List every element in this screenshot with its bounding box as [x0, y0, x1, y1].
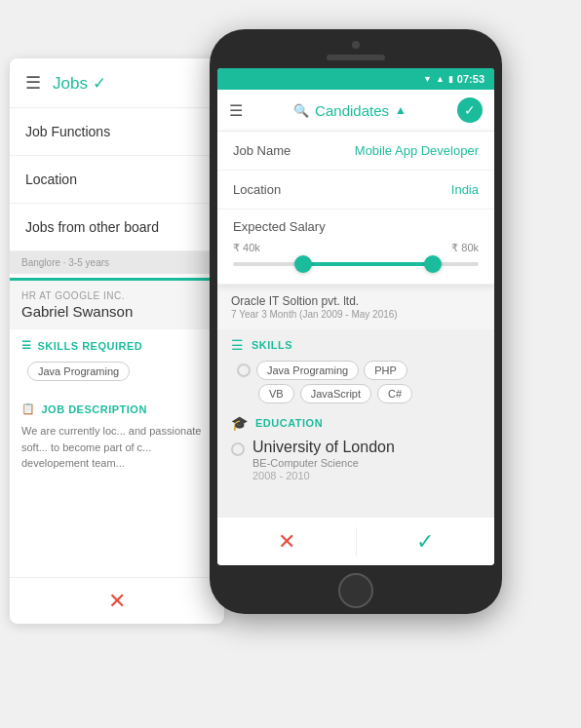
bg-phone-footer: ✕: [10, 577, 224, 624]
nav-item-label: Location: [25, 172, 77, 187]
hamburger-icon: ☰: [25, 72, 41, 94]
skill-php: PHP: [364, 361, 407, 380]
bg-skills-title: ☰ SKILLS REQUIRED: [21, 339, 213, 352]
nav-job-functions[interactable]: Job Functions: [10, 108, 224, 156]
slider-fill: [302, 262, 435, 266]
edu-row: University of London BE-Computer Science…: [231, 439, 481, 481]
wifi-icon: ▼: [423, 74, 432, 84]
bg-candidate-card: HR AT GOOGLE INC. Gabriel Swanson: [10, 278, 224, 329]
bg-company-name: HR AT GOOGLE INC.: [21, 290, 213, 301]
slider-thumb-left[interactable]: [294, 255, 312, 273]
bg-phone-nav: Job Functions Location Jobs from other b…: [10, 108, 224, 251]
candidates-title: Candidates: [315, 102, 389, 119]
skill-vb: VB: [258, 384, 294, 403]
home-button[interactable]: [338, 573, 373, 608]
job-name-label: Job Name: [233, 143, 290, 158]
header-title: 🔍 Candidates ▲: [293, 102, 407, 119]
action-bar: ✕ ✓: [217, 517, 494, 565]
candidate-experience: Oracle IT Soltion pvt. ltd. 7 Year 3 Mon…: [217, 285, 494, 329]
skills-header: ☰ SKILLS: [231, 337, 481, 353]
oracle-company: Oracle IT Soltion pvt. ltd.: [231, 294, 481, 308]
bg-location-tag: Banglore · 3-5 years: [10, 251, 224, 274]
app-header: ☰ 🔍 Candidates ▲ ✓: [217, 90, 494, 132]
degree-name: BE-Computer Science: [252, 457, 395, 469]
search-icon: 🔍: [293, 103, 309, 118]
phone-speaker: [327, 55, 385, 60]
education-section: 🎓 EDUCATION University of London BE-Comp…: [217, 411, 494, 489]
skill-csharp: C#: [377, 384, 412, 403]
skill-item: Java Programing: [27, 362, 130, 381]
slider-thumb-right[interactable]: [424, 255, 442, 273]
salary-filter: Expected Salary ₹ 40k ₹ 80k: [217, 210, 494, 285]
skills-section: ☰ SKILLS Java Programing PHP VB JavaScri…: [217, 329, 494, 411]
location-label: Location: [233, 182, 281, 197]
accept-icon: ✓: [416, 529, 434, 555]
confirm-button[interactable]: ✓: [457, 97, 483, 123]
bg-phone-header: ☰ Jobs ✓: [10, 58, 224, 108]
job-name-value: Mobile App Developer: [355, 143, 479, 158]
graduation-icon: 🎓: [231, 415, 248, 431]
location-value: India: [451, 182, 479, 197]
bg-jobdesc-title: 📋 JOB DESCRIPTION: [21, 402, 213, 415]
bg-jobdesc-section: 📋 JOB DESCRIPTION We are currently loc..…: [10, 393, 224, 481]
nav-jobs-other-board[interactable]: Jobs from other board: [10, 204, 224, 251]
doc-icon: 📋: [21, 402, 36, 415]
location-filter: Location India: [217, 171, 494, 210]
status-bar: ▼ ▲ ▮ 07:53: [217, 68, 494, 90]
oracle-duration: 7 Year 3 Month (Jan 2009 - May 2016): [231, 309, 481, 320]
bg-phone-title: Jobs ✓: [53, 73, 106, 94]
list-icon: ☰: [21, 339, 32, 352]
skills-title: SKILLS: [252, 339, 292, 351]
education-header: 🎓 EDUCATION: [231, 415, 481, 431]
bg-candidate-name: Gabriel Swanson: [21, 303, 213, 320]
signal-icon: ▲: [436, 74, 445, 84]
battery-icon: ▮: [448, 74, 453, 84]
foreground-phone: ▼ ▲ ▮ 07:53 ☰ 🔍 Candidates ▲ ✓ Job Name: [210, 29, 502, 614]
menu-icon[interactable]: ☰: [229, 101, 243, 120]
phone-bottom: [217, 573, 494, 608]
salary-max: ₹ 80k: [451, 242, 479, 254]
chevron-up-icon[interactable]: ▲: [395, 103, 407, 117]
skills-row-1: Java Programing PHP: [231, 361, 481, 380]
job-name-filter: Job Name Mobile App Developer: [217, 132, 494, 171]
content-area: Oracle IT Soltion pvt. ltd. 7 Year 3 Mon…: [217, 285, 494, 540]
salary-label: Expected Salary: [233, 219, 479, 234]
education-title: EDUCATION: [255, 417, 323, 429]
skills-row-2: VB JavaScript C#: [231, 384, 481, 403]
nav-location[interactable]: Location: [10, 156, 224, 204]
status-time: 07:53: [457, 73, 484, 85]
salary-slider[interactable]: [233, 262, 479, 266]
bg-skills-list: Java Programing: [21, 360, 213, 383]
skill-javascript: JavaScript: [300, 384, 371, 403]
radio-button[interactable]: [237, 364, 251, 377]
reject-icon[interactable]: ✕: [108, 589, 126, 614]
background-phone: ☰ Jobs ✓ Job Functions Location Jobs fro…: [10, 58, 224, 624]
skill-java: Java Programing: [256, 361, 359, 380]
salary-min: ₹ 40k: [233, 242, 260, 254]
bg-job-description: We are currently loc... and passionate s…: [21, 423, 213, 472]
nav-item-label: Job Functions: [25, 124, 110, 139]
edu-years: 2008 - 2010: [252, 470, 395, 481]
nav-item-label: Jobs from other board: [25, 219, 159, 235]
salary-range: ₹ 40k ₹ 80k: [233, 242, 479, 254]
filter-panel: Job Name Mobile App Developer Location I…: [217, 132, 494, 285]
edu-radio[interactable]: [231, 442, 245, 456]
accept-button[interactable]: ✓: [357, 517, 495, 565]
skills-list: Java Programing PHP: [256, 361, 407, 380]
phone-camera: [352, 41, 360, 49]
edu-content: University of London BE-Computer Science…: [252, 439, 395, 481]
university-name: University of London: [252, 439, 395, 456]
bg-skills-section: ☰ SKILLS REQUIRED Java Programing: [10, 329, 224, 393]
reject-icon: ✕: [278, 529, 295, 555]
skills-icon: ☰: [231, 337, 244, 353]
reject-button[interactable]: ✕: [217, 517, 356, 565]
phone-body: ▼ ▲ ▮ 07:53 ☰ 🔍 Candidates ▲ ✓ Job Name: [210, 29, 502, 614]
phone-screen: ▼ ▲ ▮ 07:53 ☰ 🔍 Candidates ▲ ✓ Job Name: [217, 68, 494, 565]
